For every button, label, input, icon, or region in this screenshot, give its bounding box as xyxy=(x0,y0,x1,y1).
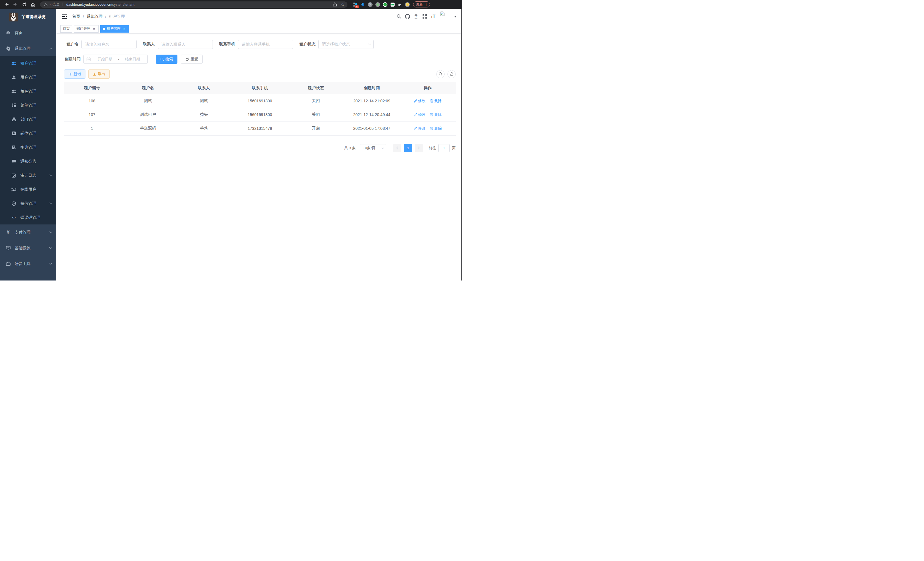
sidebar-item-menu[interactable]: 菜单管理 xyxy=(0,98,56,112)
sidebar-item-sms[interactable]: 短信管理 xyxy=(0,196,56,211)
delete-link[interactable]: 删除 xyxy=(430,126,442,131)
sidebar-item-dev-tools[interactable]: 研发工具 xyxy=(0,256,56,272)
tenant-name-input[interactable] xyxy=(81,40,136,49)
refresh-button[interactable] xyxy=(447,70,456,78)
sidebar-item-notice[interactable]: 通知公告 xyxy=(0,154,56,168)
sidebar-item-infra[interactable]: 基础设施 xyxy=(0,240,56,256)
font-size-icon[interactable]: TT xyxy=(429,12,437,21)
extension-y-icon[interactable]: Y xyxy=(382,2,387,7)
add-button[interactable]: 新增 xyxy=(64,69,86,79)
extension-record-icon[interactable] xyxy=(375,2,380,7)
prev-page-button[interactable] xyxy=(393,144,401,152)
sidebar-item-system[interactable]: 系统管理 xyxy=(0,41,56,56)
security-label[interactable]: 不安全 xyxy=(50,2,60,7)
page-unit-label: 页 xyxy=(452,146,456,151)
sidebar-item-home[interactable]: 首页 xyxy=(0,25,56,41)
post-badge-icon xyxy=(11,131,16,136)
table-row: 108 测试 测试 15601691300 关闭 2021-12-14 21:0… xyxy=(64,94,456,108)
create-time-label: 创建时间 xyxy=(64,57,81,62)
header-search-icon[interactable] xyxy=(394,12,403,21)
extension-emoji-icon[interactable] xyxy=(405,2,410,7)
extensions-puzzle-icon[interactable] xyxy=(398,2,402,7)
goto-page-input[interactable] xyxy=(438,144,450,152)
toggle-search-button[interactable] xyxy=(436,70,445,78)
extension-chat-icon[interactable] xyxy=(390,2,395,7)
tenant-table: 租户编号 租户名 联系人 联系手机 租户状态 创建时间 操作 108 测试 xyxy=(64,82,456,135)
menu-tree-icon xyxy=(11,103,16,108)
browser-home-icon[interactable] xyxy=(31,2,35,7)
sidebar-item-payment[interactable]: ¥ 支付管理 xyxy=(0,224,56,240)
shield-icon xyxy=(11,201,16,206)
sidebar-item-post[interactable]: 岗位管理 xyxy=(0,126,56,140)
sidebar-logo[interactable]: 芋道管理系统 xyxy=(0,9,56,25)
edit-link[interactable]: 修改 xyxy=(414,98,425,104)
avatar-caret-icon[interactable] xyxy=(454,16,457,19)
sidebar-collapse-icon[interactable] xyxy=(60,12,69,21)
mobile-input[interactable] xyxy=(238,40,293,49)
tab-dept[interactable]: 部门管理 × xyxy=(74,25,99,33)
extension-balloon-icon[interactable] xyxy=(360,2,365,7)
chevron-down-icon xyxy=(381,147,384,149)
edit-log-icon xyxy=(11,173,16,178)
tab-tenant[interactable]: 租户管理 × xyxy=(100,25,129,33)
sidebar-item-tenant[interactable]: 租户管理 xyxy=(0,56,56,70)
extension-grid-icon[interactable]: 10 xyxy=(353,2,358,7)
help-icon[interactable]: ? xyxy=(412,12,420,21)
status-value: 关闭 xyxy=(288,108,344,122)
delete-link[interactable]: 删除 xyxy=(430,112,442,117)
contact-label: 联系人 xyxy=(143,42,155,47)
share-icon[interactable] xyxy=(333,2,337,7)
bookmark-star-icon[interactable]: ☆ xyxy=(341,3,345,7)
contact-input[interactable] xyxy=(158,40,213,49)
next-page-button[interactable] xyxy=(415,144,423,152)
export-button[interactable]: 导出 xyxy=(88,69,110,79)
window-scrollbar[interactable] xyxy=(461,9,462,281)
browser-menu-icon[interactable]: ⋮ xyxy=(424,3,428,6)
browser-update-button[interactable]: 更新 ⋮ xyxy=(413,2,430,8)
status-select[interactable]: 请选择租户状态 xyxy=(318,40,374,49)
calendar-icon xyxy=(87,57,91,61)
sidebar-item-audit-log[interactable]: 审计日志 xyxy=(0,168,56,182)
edit-link[interactable]: 修改 xyxy=(414,112,425,117)
close-icon[interactable]: × xyxy=(92,27,96,31)
tab-home[interactable]: 首页 xyxy=(60,25,72,33)
breadcrumb-tenant: 租户管理 xyxy=(109,14,125,19)
edit-link[interactable]: 修改 xyxy=(414,126,425,131)
chevron-down-icon xyxy=(49,231,52,233)
extension-cmd-icon[interactable]: ⌘ xyxy=(368,2,373,7)
breadcrumb-home[interactable]: 首页 xyxy=(72,14,80,19)
avatar[interactable] xyxy=(440,11,451,22)
sidebar-item-error-code[interactable]: </> 错误码管理 xyxy=(0,211,56,224)
create-time-range-picker[interactable]: 开始日期 - 结束日期 xyxy=(83,55,148,64)
current-page[interactable]: 1 xyxy=(404,144,412,152)
sidebar-item-online-user[interactable]: 在线用户 xyxy=(0,182,56,196)
reset-button[interactable]: 重置 xyxy=(181,55,202,64)
breadcrumb: 首页 / 系统管理 / 租户管理 xyxy=(72,14,125,19)
sidebar-item-user[interactable]: 用户管理 xyxy=(0,70,56,84)
address-bar[interactable]: 不安全 dashboard.yudao.iocoder.cn/system/te… xyxy=(40,2,347,8)
delete-link[interactable]: 删除 xyxy=(430,98,442,104)
browser-forward-icon[interactable] xyxy=(13,2,18,7)
breadcrumb-system[interactable]: 系统管理 xyxy=(87,14,103,19)
page-size-select[interactable]: 10条/页 xyxy=(360,144,386,152)
github-icon[interactable] xyxy=(403,12,412,21)
close-icon[interactable]: × xyxy=(122,27,126,31)
sidebar-menu: 首页 系统管理 租户管理 用户管理 角色管理 xyxy=(0,25,56,281)
end-date-placeholder[interactable]: 结束日期 xyxy=(121,57,145,62)
table-row: 1 芋道源码 芋艿 17321315478 开启 2021-01-05 17:0… xyxy=(64,122,456,135)
browser-back-icon[interactable] xyxy=(4,2,9,7)
start-date-placeholder[interactable]: 开始日期 xyxy=(93,57,117,62)
sidebar-item-dict[interactable]: 字典管理 xyxy=(0,140,56,154)
search-button[interactable]: 搜索 xyxy=(156,55,177,64)
security-warning-icon xyxy=(44,3,48,6)
fullscreen-icon[interactable] xyxy=(420,12,429,21)
online-user-icon xyxy=(11,187,16,192)
col-tenant-name: 租户名 xyxy=(120,82,176,94)
sidebar-item-role[interactable]: 角色管理 xyxy=(0,84,56,98)
sidebar-item-dept[interactable]: 部门管理 xyxy=(0,112,56,126)
url-host[interactable]: dashboard.yudao.iocoder.cn xyxy=(66,3,111,7)
url-path[interactable]: /system/tenant xyxy=(111,3,134,7)
browser-reload-icon[interactable] xyxy=(22,2,27,7)
tags-view-bar: 首页 部门管理 × 租户管理 × xyxy=(56,24,462,33)
page-content: 租户名 联系人 联系手机 租户状态 请选择租户状态 xyxy=(56,33,462,281)
